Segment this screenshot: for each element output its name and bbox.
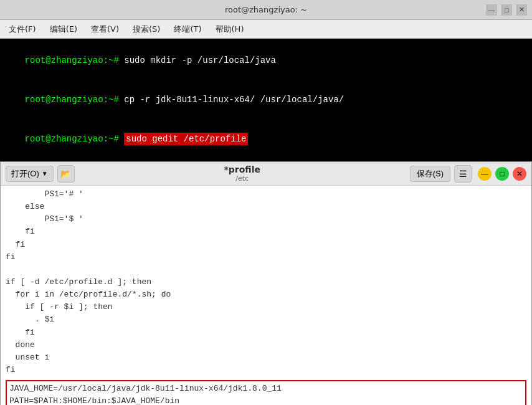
menu-icon-button[interactable]: ☰: [454, 165, 472, 183]
open-label: 打开(O): [11, 168, 39, 179]
hamburger-icon: ☰: [459, 169, 467, 179]
menu-file[interactable]: 文件(F): [2, 22, 42, 36]
terminal-prompt-3: root@zhangziyao:~#: [25, 134, 125, 144]
open-arrow-icon: ▼: [42, 170, 48, 177]
maximize-button[interactable]: □: [501, 4, 512, 16]
terminal-line-1: root@zhangziyao:~# sudo mkdir -p /usr/lo…: [4, 41, 528, 80]
minimize-button[interactable]: —: [486, 4, 497, 16]
open-file-icon-button[interactable]: 📂: [57, 165, 75, 183]
terminal-cmd-2: cp -r jdk-8u11-linux-x64/ /usr/local/jav…: [124, 95, 344, 105]
terminal-line-3: root@zhangziyao:~# sudo gedit /etc/profi…: [4, 120, 528, 159]
gedit-maximize-button[interactable]: □: [495, 167, 509, 181]
titlebar-title: root@zhangziyao: ~: [225, 5, 307, 14]
terminal-line-2: root@zhangziyao:~# cp -r jdk-8u11-linux-…: [4, 80, 528, 120]
menu-terminal[interactable]: 终端(T): [168, 22, 207, 36]
folder-icon: 📂: [60, 169, 71, 179]
save-button[interactable]: 保存(S): [410, 166, 450, 182]
terminal-prompt-1: root@zhangziyao:~#: [25, 55, 125, 65]
gedit-window-controls: — □ ✕: [478, 167, 526, 181]
code-line-11: . $i: [6, 313, 526, 326]
code-line-5: fi: [6, 239, 526, 251]
gedit-close-button[interactable]: ✕: [513, 167, 526, 181]
gedit-file-title: *profile: [78, 164, 406, 174]
terminal-prompt-2: root@zhangziyao:~#: [25, 95, 125, 105]
code-line-13: done: [6, 339, 526, 351]
code-line-3: PS1='$ ': [6, 213, 526, 226]
menu-edit[interactable]: 编辑(E): [44, 22, 83, 36]
menu-help[interactable]: 帮助(H): [209, 22, 250, 36]
code-line-7: [6, 264, 526, 276]
code-line-4: fi: [6, 226, 526, 238]
gedit-file-subtitle: /etc: [78, 174, 406, 183]
code-line-1: PS1='# ': [6, 188, 526, 201]
gedit-minimize-button[interactable]: —: [478, 167, 492, 181]
terminal-cmd-highlighted: sudo gedit /etc/profile: [124, 133, 248, 145]
titlebar: root@zhangziyao: ~ — □ ✕: [0, 0, 532, 20]
gedit-toolbar: 打开(O) ▼ 📂 *profile /etc 保存(S) ☰ — □ ✕: [1, 162, 531, 186]
code-line-9: for i in /etc/profile.d/*.sh; do: [6, 288, 526, 301]
code-line-12: fi: [6, 326, 526, 339]
open-button[interactable]: 打开(O) ▼: [6, 166, 54, 182]
titlebar-controls: — □ ✕: [486, 4, 527, 16]
java-home-line: JAVA_HOME=/usr/local/java/jdk-8u11-linux…: [9, 383, 523, 395]
code-line-8: if [ -d /etc/profile.d ]; then: [6, 276, 526, 288]
menubar: 文件(F) 编辑(E) 查看(V) 搜索(S) 终端(T) 帮助(H): [0, 20, 532, 39]
code-line-6: fi: [6, 251, 526, 264]
code-line-10: if [ -r $i ]; then: [6, 301, 526, 313]
terminal-cmd-1: sudo mkdir -p /usr/local/java: [124, 55, 276, 65]
menu-view[interactable]: 查看(V): [85, 22, 125, 36]
code-line-14: unset i: [6, 351, 526, 364]
java-config-block: JAVA_HOME=/usr/local/java/jdk-8u11-linux…: [6, 380, 526, 405]
gedit-editor[interactable]: PS1='# ' else PS1='$ ' fi fi fi if [ -d …: [1, 186, 531, 405]
close-button[interactable]: ✕: [516, 4, 527, 16]
code-line-2: else: [6, 201, 526, 213]
menu-search[interactable]: 搜索(S): [126, 22, 166, 36]
gedit-title-area: *profile /etc: [78, 164, 406, 183]
code-line-15: fi: [6, 364, 526, 376]
gedit-window: 打开(O) ▼ 📂 *profile /etc 保存(S) ☰ — □ ✕ PS…: [0, 161, 532, 405]
terminal-area: root@zhangziyao:~# sudo mkdir -p /usr/lo…: [0, 39, 532, 161]
path-line: PATH=$PATH:$HOME/bin:$JAVA_HOME/bin: [9, 395, 523, 405]
